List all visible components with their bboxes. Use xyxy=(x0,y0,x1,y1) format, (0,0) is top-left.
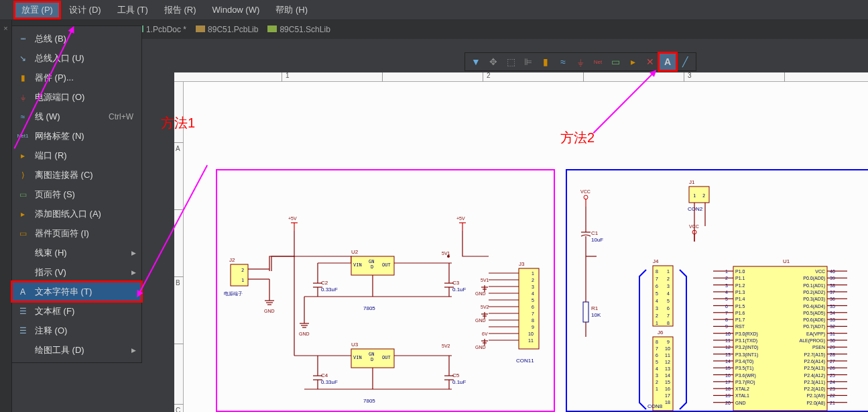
tab-pcblib[interactable]: 89C51.PcbLib xyxy=(196,25,258,34)
svg-text:XTAL1: XTAL1 xyxy=(735,393,749,398)
menu-item-part[interactable]: ▮器件 (P)... xyxy=(12,68,141,87)
svg-text:5V2: 5V2 xyxy=(481,305,489,309)
tool-port-icon[interactable]: ▸ xyxy=(625,54,641,70)
svg-text:J1: J1 xyxy=(689,179,695,185)
svg-text:P0.5(AD5): P0.5(AD5) xyxy=(803,311,825,316)
menu-item-wire[interactable]: ≈线 (W)Ctrl+W xyxy=(12,107,141,126)
menu-report[interactable]: 报告 (R) xyxy=(156,1,204,19)
menu-item-sheetsym[interactable]: ▭页面符 (S) xyxy=(12,185,141,204)
svg-text:0.1uF: 0.1uF xyxy=(452,287,467,293)
tool-line-icon[interactable]: ╱ xyxy=(677,54,693,70)
tool-select-icon[interactable]: ⬚ xyxy=(503,54,519,70)
menu-item-textstring[interactable]: A文本字符串 (T) xyxy=(12,282,141,301)
svg-text:8: 8 xyxy=(667,321,670,325)
svg-text:GN: GN xyxy=(369,259,374,264)
menu-help[interactable]: 帮助 (H) xyxy=(267,1,316,19)
svg-text:5V1: 5V1 xyxy=(442,251,450,256)
cap-c2: C2 0.33uF xyxy=(313,263,338,297)
close-icon[interactable]: × xyxy=(0,20,11,36)
menu-item-offsheet[interactable]: ⟩离图连接器 (C) xyxy=(12,165,141,185)
svg-text:7805: 7805 xyxy=(363,398,375,404)
tool-wire-icon[interactable]: ≈ xyxy=(555,54,571,70)
schematic-sheet[interactable]: +5V +5V J2 电源端子 2 1 xyxy=(184,82,868,412)
svg-text:1: 1 xyxy=(656,387,658,391)
svg-text:4: 4 xyxy=(656,366,658,371)
tool-sheet-icon[interactable]: ▭ xyxy=(607,54,623,70)
svg-text:2: 2 xyxy=(241,268,244,273)
menu-place[interactable]: 放置 (P) xyxy=(13,1,61,19)
svg-text:10: 10 xyxy=(528,331,534,336)
svg-text:VCC: VCC xyxy=(815,269,825,274)
textframe-icon: ☰ xyxy=(17,306,28,317)
svg-text:0.33uF: 0.33uF xyxy=(321,379,338,385)
menu-item-busentry[interactable]: ↘总线入口 (U) xyxy=(12,48,141,68)
tool-align-icon[interactable]: ⊫ xyxy=(520,54,536,70)
svg-text:P3.3(INT1): P3.3(INT1) xyxy=(735,352,758,358)
tab-schlib[interactable]: 89C51.SchLib xyxy=(267,25,330,34)
sheetsym-icon: ▭ xyxy=(17,189,28,200)
cap-c1: C1 10uF xyxy=(581,207,603,256)
menu-item-note[interactable]: ☰注释 (O) xyxy=(12,321,141,340)
menu-tool[interactable]: 工具 (T) xyxy=(109,1,156,19)
tool-filter-icon[interactable]: ▼ xyxy=(468,54,484,70)
svg-text:P3.6(WR): P3.6(WR) xyxy=(735,373,756,378)
submenu-icon xyxy=(17,267,28,278)
res-r1: R1 10K xyxy=(583,256,601,337)
svg-text:5: 5 xyxy=(656,360,658,364)
power-icon: ⏚ xyxy=(17,92,28,103)
floating-schematic-toolbar: ▼ ✥ ⬚ ⊫ ▮ ≈ ⏚ Net ▭ ▸ ✕ A ╱ xyxy=(464,52,696,71)
method2-label: 方法2 xyxy=(560,129,595,147)
svg-text:GN: GN xyxy=(369,352,374,357)
tool-part-icon[interactable]: ▮ xyxy=(538,54,554,70)
textstring-icon: A xyxy=(17,287,28,297)
svg-text:P2.6(A14): P2.6(A14) xyxy=(804,359,825,364)
svg-text:1: 1 xyxy=(532,271,534,276)
menu-window[interactable]: Window (W) xyxy=(204,1,268,18)
svg-text:+5V: +5V xyxy=(288,216,297,221)
svg-text:U1: U1 xyxy=(783,258,790,264)
svg-text:9: 9 xyxy=(532,325,534,329)
method1-label: 方法1 xyxy=(161,114,195,132)
menu-item-textframe[interactable]: ☰文本框 (F) xyxy=(12,301,141,321)
svg-text:VCC: VCC xyxy=(580,189,591,194)
menu-item-netlabel[interactable]: Net1网络标签 (N) xyxy=(12,126,141,146)
svg-text:GND: GND xyxy=(735,401,746,405)
menu-item-addsheetentry[interactable]: ▸添加图纸入口 (A) xyxy=(12,204,141,223)
svg-text:2: 2 xyxy=(702,193,705,199)
menu-design[interactable]: 设计 (D) xyxy=(61,1,109,19)
tool-netlabel-icon[interactable]: Net xyxy=(590,54,606,70)
svg-text:OUT: OUT xyxy=(382,262,391,268)
devicesheet-icon: ▭ xyxy=(17,228,28,239)
j2-body xyxy=(231,264,248,286)
svg-text:10uF: 10uF xyxy=(591,237,603,243)
svg-text:1: 1 xyxy=(667,269,670,274)
schematic-canvas[interactable]: 1 2 3 A B C +5V +5V xyxy=(174,72,868,412)
svg-text:7: 7 xyxy=(532,311,534,316)
svg-text:CON11: CON11 xyxy=(516,358,534,364)
tool-move-icon[interactable]: ✥ xyxy=(485,54,501,70)
power-5v-a: +5V xyxy=(288,216,298,231)
menu-item-bus[interactable]: ┉总线 (B) xyxy=(12,29,141,48)
svg-text:C3: C3 xyxy=(452,280,460,286)
menu-item-directive[interactable]: 指示 (V)▶ xyxy=(12,262,141,282)
svg-rect-122 xyxy=(583,302,588,322)
j3-body xyxy=(519,268,539,349)
place-dropdown-menu: ┉总线 (B) ↘总线入口 (U) ▮器件 (P)... ⏚电源端口 (O) ≈… xyxy=(11,25,142,363)
svg-text:7: 7 xyxy=(656,276,658,281)
svg-text:P2.2(A10): P2.2(A10) xyxy=(804,387,825,392)
menu-item-powerport[interactable]: ⏚电源端口 (O) xyxy=(12,87,141,107)
svg-text:D: D xyxy=(371,357,373,362)
svg-text:R1: R1 xyxy=(591,305,599,311)
menu-item-devicesheet[interactable]: ▭器件页面符 (I) xyxy=(12,223,141,243)
svg-text:17: 17 xyxy=(665,393,670,398)
menu-item-drawing[interactable]: 绘图工具 (D)▶ xyxy=(12,340,141,360)
menu-item-harness[interactable]: 线束 (H)▶ xyxy=(12,243,141,262)
tool-gnd-icon[interactable]: ⏚ xyxy=(572,54,588,70)
svg-text:18: 18 xyxy=(665,400,670,405)
svg-text:P0.4(AD4): P0.4(AD4) xyxy=(803,304,825,309)
svg-text:1: 1 xyxy=(693,193,696,199)
svg-text:J4: J4 xyxy=(653,258,659,264)
svg-text:P0.0(AD0): P0.0(AD0) xyxy=(803,276,825,281)
menu-item-port[interactable]: ▸端口 (R) xyxy=(12,146,141,165)
tool-text-icon[interactable]: A xyxy=(660,54,676,70)
